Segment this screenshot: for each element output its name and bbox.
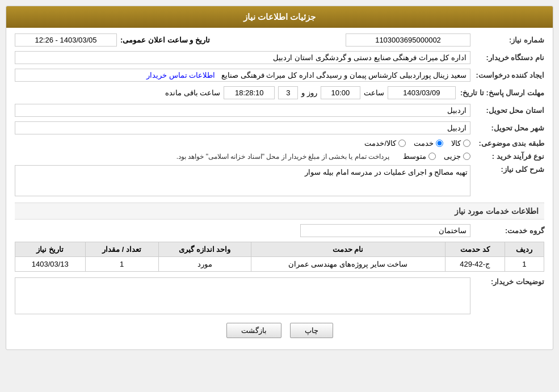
buyer-org-label: نام دستگاه خریدار:: [470, 53, 544, 62]
city-value: اردبیل: [15, 121, 470, 134]
buyer-notes-input[interactable]: [15, 277, 470, 314]
category-label-kala-khedmat: کالا/خدمت: [364, 139, 396, 147]
buyer-notes-row: توضیحات خریدار:: [15, 277, 544, 314]
table-header-row: ردیف کد حدمت نام حدمت واحد اندازه گیری ت…: [15, 242, 544, 257]
category-label: طبقه بندی موضوعی:: [470, 139, 544, 147]
announce-date-value: 1403/03/05 - 12:26: [15, 33, 117, 47]
province-row: استان محل تحویل: اردبیل: [15, 104, 544, 117]
main-card: جزئیات اطلاعات نیاز شماره نیاز: 11030036…: [6, 6, 553, 350]
table-cell-unit: مورد: [158, 257, 251, 272]
category-label-kala: کالا: [451, 139, 461, 147]
category-radio-kala-khedmat[interactable]: [398, 140, 406, 147]
province-label: استان محل تحویل:: [470, 106, 544, 115]
back-button[interactable]: بازگشت: [226, 323, 281, 338]
col-header-qty: تعداد / مقدار: [85, 242, 158, 257]
service-group-value: ساختمان: [300, 224, 470, 237]
table-cell-row: 1: [505, 257, 544, 272]
purchase-type-jozi[interactable]: جزیی: [444, 152, 470, 161]
need-number-value: 1103003695000002: [346, 33, 470, 47]
card-body: شماره نیاز: 1103003695000002 تاریخ و ساع…: [6, 28, 553, 349]
need-number-row: شماره نیاز: 1103003695000002 تاریخ و ساع…: [15, 33, 544, 47]
announce-date-label: تاریخ و ساعت اعلان عمومی:: [120, 36, 210, 44]
category-radio-khedmat[interactable]: [436, 140, 443, 147]
purchase-radio-jozi[interactable]: [463, 153, 470, 160]
need-number-label: شماره نیاز:: [470, 36, 544, 44]
category-radio-group: کالا خدمت کالا/خدمت: [364, 139, 470, 147]
deadline-time-label: ساعت: [364, 88, 384, 97]
need-summary-input[interactable]: [15, 165, 470, 196]
category-option-kala-khedmat[interactable]: کالا/خدمت: [364, 139, 406, 147]
service-group-row: گروه خدمت: ساختمان: [15, 224, 544, 237]
table-cell-name: ساخت سایر پروژه‌های مهندسی عمران: [251, 257, 445, 272]
need-summary-area: [15, 165, 470, 198]
table-cell-code: ج-42-429: [445, 257, 505, 272]
button-area: چاپ بازگشت: [15, 323, 544, 344]
buyer-org-row: نام دستگاه خریدار: اداره کل میراث فرهنگی…: [15, 51, 544, 64]
deadline-day-label: روز و: [301, 88, 317, 97]
col-header-unit: واحد اندازه گیری: [158, 242, 251, 257]
purchase-note: پرداخت تمام یا بخشی از مبلغ خریدار از مح…: [176, 153, 389, 161]
table-row: 1ج-42-429ساخت سایر پروژه‌های مهندسی عمرا…: [15, 257, 544, 272]
creator-contact-link[interactable]: اطلاعات تماس خریدار: [146, 71, 215, 79]
need-summary-row: شرح کلی نیاز:: [15, 165, 544, 198]
deadline-time: 10:00: [321, 86, 360, 99]
city-label: شهر محل تحویل:: [470, 124, 544, 132]
need-summary-label: شرح کلی نیاز:: [470, 165, 544, 174]
deadline-date: 1403/03/09: [388, 86, 456, 99]
service-group-label: گروه خدمت:: [470, 226, 544, 235]
deadline-days: 3: [278, 86, 298, 99]
purchase-radio-motavaset[interactable]: [428, 153, 436, 160]
deadline-remaining: 18:28:10: [224, 86, 275, 99]
creator-label: ایجاد کننده درخواست:: [470, 71, 544, 79]
purchase-type-row: نوع فرآیند خرید : جزیی متوسط پرداخت تمام…: [15, 152, 544, 161]
buyer-notes-label: توضیحات خریدار:: [470, 277, 544, 286]
category-row: طبقه بندی موضوعی: کالا خدمت کالا/خدمت: [15, 139, 544, 147]
col-header-date: تاریخ نیاز: [15, 242, 86, 257]
category-radio-kala[interactable]: [463, 140, 470, 147]
deadline-remaining-label: ساعت باقی مانده: [165, 88, 220, 97]
province-value: اردبیل: [15, 104, 470, 117]
purchase-type-label: نوع فرآیند خرید :: [470, 152, 544, 161]
print-button[interactable]: چاپ: [290, 323, 333, 338]
category-option-khedmat[interactable]: خدمت: [414, 139, 443, 147]
table-cell-qty: 1: [85, 257, 158, 272]
purchase-label-motavaset: متوسط: [403, 152, 426, 161]
buyer-org-value: اداره کل میراث فرهنگی صنایع دستی و گردشگ…: [15, 51, 470, 64]
col-header-code: کد حدمت: [445, 242, 505, 257]
page-wrapper: جزئیات اطلاعات نیاز شماره نیاز: 11030036…: [0, 0, 559, 392]
city-row: شهر محل تحویل: اردبیل: [15, 121, 544, 134]
deadline-label: مهلت ارسال پاسخ: تا تاریخ:: [456, 88, 544, 97]
purchase-type-motavaset[interactable]: متوسط: [403, 152, 436, 161]
purchase-label-jozi: جزیی: [444, 152, 461, 161]
purchase-type-radio-group: جزیی متوسط پرداخت تمام یا بخشی از مبلغ خ…: [176, 152, 470, 161]
service-info-section-title: اطلاعات خدمات مورد نیاز: [15, 203, 544, 220]
creator-value: سعید زینال پوراردبیلی کارشناس پیمان و رس…: [15, 69, 470, 82]
creator-row: ایجاد کننده درخواست: سعید زینال پوراردبی…: [15, 69, 544, 82]
table-cell-date: 1403/03/13: [15, 257, 86, 272]
page-title: جزئیات اطلاعات نیاز: [243, 12, 316, 22]
category-label-khedmat: خدمت: [414, 139, 434, 147]
deadline-row: مهلت ارسال پاسخ: تا تاریخ: 1403/03/09 سا…: [15, 86, 544, 99]
service-table: ردیف کد حدمت نام حدمت واحد اندازه گیری ت…: [15, 242, 544, 272]
card-header: جزئیات اطلاعات نیاز: [6, 6, 553, 28]
category-option-kala[interactable]: کالا: [451, 139, 470, 147]
col-header-row: ردیف: [505, 242, 544, 257]
col-header-name: نام حدمت: [251, 242, 445, 257]
